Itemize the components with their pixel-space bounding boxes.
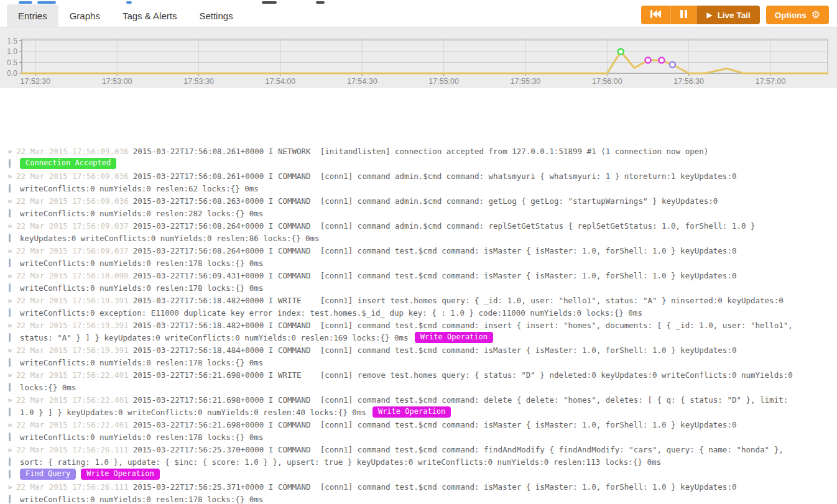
log-entry-head[interactable]: » 22 Mar 2015 17:56:09.037 2015-03-22T17… (0, 244, 837, 257)
log-entry-head[interactable]: » 22 Mar 2015 17:56:09.036 2015-03-22T17… (0, 195, 837, 207)
timeline-chart-panel: 0.00.51.01.517:52:3017:53:0017:53:3017:5… (0, 27, 837, 88)
pause-button[interactable] (670, 6, 696, 24)
x-axis-label: 17:52:30 (21, 77, 51, 86)
log-continuation-line: locks:{} 0ms (0, 381, 837, 393)
entry-timestamp: 22 Mar 2015 17:56:10.090 (16, 271, 129, 280)
log-entry-head[interactable]: » 22 Mar 2015 17:56:26.111 2015-03-22T17… (0, 480, 837, 493)
playback-controls: ▶ Live Tail (641, 6, 759, 24)
entry-timestamp: 22 Mar 2015 17:56:09.036 (16, 147, 129, 156)
log-entry[interactable]: » 22 Mar 2015 17:56:10.090 2015-03-22T17… (0, 269, 837, 294)
tag-badge-connection[interactable]: Connection Accepted (20, 158, 116, 169)
tab-entries[interactable]: Entries (7, 4, 58, 27)
entry-expand-icon[interactable]: » (7, 420, 16, 429)
entry-message: 2015-03-22T17:56:21.698+0000 I COMMAND [… (133, 420, 737, 429)
entry-expand-icon[interactable]: » (7, 370, 16, 380)
y-axis-label: 1.0 (7, 47, 17, 56)
entry-expand-icon[interactable]: » (7, 196, 16, 206)
log-entry-head[interactable]: » 22 Mar 2015 17:56:26.111 2015-03-22T17… (0, 443, 837, 456)
log-entry[interactable]: » 22 Mar 2015 17:56:26.111 2015-03-22T17… (0, 480, 837, 504)
entry-timestamp: 22 Mar 2015 17:56:26.111 (16, 445, 129, 454)
log-entry[interactable]: » 22 Mar 2015 17:56:19.391 2015-03-22T17… (0, 319, 837, 344)
log-entry-head[interactable]: » 22 Mar 2015 17:56:19.391 2015-03-22T17… (0, 294, 837, 306)
entry-message: 2015-03-22T17:56:25.370+0000 I COMMAND [… (133, 445, 784, 454)
log-entry-head[interactable]: » 22 Mar 2015 17:56:19.391 2015-03-22T17… (0, 344, 837, 356)
tab-settings[interactable]: Settings (188, 4, 244, 27)
tab-label: Tags & Alerts (123, 11, 177, 21)
tag-badge-find[interactable]: Find Query (20, 469, 76, 480)
log-entry[interactable]: » 22 Mar 2015 17:56:09.036 2015-03-22T17… (0, 145, 837, 170)
log-entry[interactable]: » 22 Mar 2015 17:56:09.036 2015-03-22T17… (0, 170, 837, 195)
log-entry-head[interactable]: » 22 Mar 2015 17:56:22.401 2015-03-22T17… (0, 418, 837, 431)
entry-expand-icon[interactable]: » (7, 271, 16, 280)
tag-badge-write[interactable]: Write Operation (415, 332, 493, 343)
log-continuation-line: Find QueryWrite Operation (0, 468, 837, 480)
log-entry[interactable]: » 22 Mar 2015 17:56:22.401 2015-03-22T17… (0, 418, 837, 443)
entry-message: 2015-03-22T17:56:09.431+0000 I COMMAND [… (133, 271, 737, 280)
entry-message: 2015-03-22T17:56:18.482+0000 I WRITE [co… (133, 296, 784, 305)
log-entry[interactable]: » 22 Mar 2015 17:56:09.037 2015-03-22T17… (0, 219, 837, 244)
entry-expand-icon[interactable]: » (7, 395, 16, 405)
pause-icon (680, 10, 687, 20)
entry-message: 2015-03-22T17:56:21.698+0000 I WRITE [co… (133, 370, 793, 380)
entry-expand-icon[interactable]: » (7, 445, 16, 454)
continuation-bar-icon (9, 283, 11, 292)
entry-expand-icon[interactable]: » (7, 296, 16, 305)
entry-expand-icon[interactable]: » (7, 482, 16, 492)
continuation-bar-icon (9, 234, 11, 242)
log-continuation-text: 1.0 } ] } keyUpdates:0 writeConflicts:0 … (20, 408, 366, 417)
continuation-bar-icon (9, 333, 11, 342)
tab-label: Graphs (70, 11, 100, 21)
log-continuation-text: writeConflicts:0 numYields:0 reslen:178 … (20, 495, 263, 504)
log-entry-head[interactable]: » 22 Mar 2015 17:56:09.036 2015-03-22T17… (0, 170, 837, 182)
log-continuation-line: writeConflicts:0 exception: E11000 dupli… (0, 306, 837, 319)
log-entry-head[interactable]: » 22 Mar 2015 17:56:10.090 2015-03-22T17… (0, 269, 837, 282)
log-entry[interactable]: » 22 Mar 2015 17:56:22.401 2015-03-22T17… (0, 393, 837, 418)
timeline-chart[interactable]: 0.00.51.01.517:52:3017:53:0017:53:3017:5… (0, 27, 837, 89)
log-entry-head[interactable]: » 22 Mar 2015 17:56:19.391 2015-03-22T17… (0, 319, 837, 331)
log-entry-head[interactable]: » 22 Mar 2015 17:56:22.401 2015-03-22T17… (0, 369, 837, 381)
tab-graphs[interactable]: Graphs (58, 4, 111, 27)
x-axis-label: 17:56:30 (673, 77, 704, 86)
x-axis-label: 17:55:00 (428, 77, 459, 86)
log-continuation-text: sort: { rating: 1.0 }, update: { $inc: {… (20, 457, 661, 467)
continuation-bar-icon (9, 358, 11, 367)
x-axis-label: 17:56:00 (592, 77, 622, 86)
gear-icon: ⚙ (812, 10, 820, 20)
log-entry[interactable]: » 22 Mar 2015 17:56:22.401 2015-03-22T17… (0, 369, 837, 393)
log-entry[interactable]: » 22 Mar 2015 17:56:09.037 2015-03-22T17… (0, 244, 837, 269)
entry-expand-icon[interactable]: » (7, 147, 16, 156)
continuation-bar-icon (9, 308, 11, 317)
options-button[interactable]: Options ⚙ (766, 6, 829, 24)
chart-event-marker[interactable] (670, 62, 675, 68)
log-entry[interactable]: » 22 Mar 2015 17:56:26.111 2015-03-22T17… (0, 443, 837, 480)
entry-expand-icon[interactable]: » (7, 246, 16, 255)
skip-to-start-button[interactable] (641, 6, 670, 24)
tab-label: Settings (199, 11, 233, 21)
chart-event-marker[interactable] (645, 58, 651, 63)
log-entry-head[interactable]: » 22 Mar 2015 17:56:09.037 2015-03-22T17… (0, 219, 837, 232)
log-entry[interactable]: » 22 Mar 2015 17:56:19.391 2015-03-22T17… (0, 294, 837, 319)
log-entry[interactable]: » 22 Mar 2015 17:56:09.036 2015-03-22T17… (0, 195, 837, 219)
entry-message: 2015-03-22T17:56:08.261+0000 I COMMAND [… (133, 172, 737, 181)
tab-tags-alerts[interactable]: Tags & Alerts (111, 4, 188, 27)
continuation-bar-icon (9, 209, 11, 218)
log-continuation-line: sort: { rating: 1.0 }, update: { $inc: {… (0, 456, 837, 468)
log-entry[interactable]: » 22 Mar 2015 17:56:19.391 2015-03-22T17… (0, 344, 837, 369)
skip-to-start-icon (650, 10, 661, 20)
entry-expand-icon[interactable]: » (7, 172, 16, 181)
tag-badge-write[interactable]: Write Operation (372, 406, 451, 418)
entry-expand-icon[interactable]: » (7, 221, 16, 231)
log-entry-head[interactable]: » 22 Mar 2015 17:56:22.401 2015-03-22T17… (0, 393, 837, 406)
log-continuation-text: writeConflicts:0 numYields:0 reslen:282 … (20, 209, 263, 218)
entry-expand-icon[interactable]: » (7, 346, 16, 355)
live-tail-button[interactable]: ▶ Live Tail (696, 6, 759, 24)
chart-border (22, 39, 828, 73)
chart-event-marker[interactable] (659, 58, 664, 63)
chart-event-marker[interactable] (618, 49, 624, 55)
log-continuation-line: writeConflicts:0 numYields:0 reslen:178 … (0, 257, 837, 269)
log-entry-head[interactable]: » 22 Mar 2015 17:56:09.036 2015-03-22T17… (0, 145, 837, 157)
entry-timestamp: 22 Mar 2015 17:56:19.391 (16, 346, 129, 355)
tag-badge-write[interactable]: Write Operation (81, 469, 159, 480)
entry-expand-icon[interactable]: » (7, 321, 16, 330)
cropped-header-fragment (316, 1, 325, 4)
